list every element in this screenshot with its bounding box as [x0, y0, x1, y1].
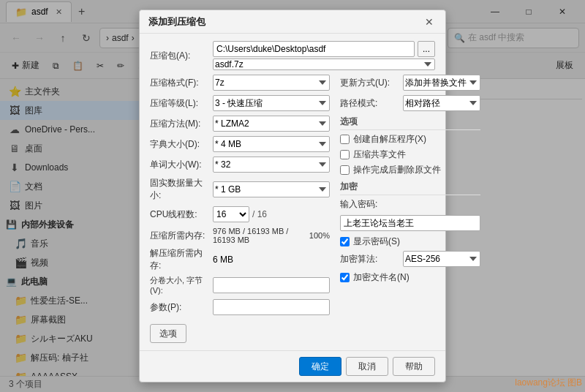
- opt1-checkbox[interactable]: [340, 135, 350, 144]
- update-select[interactable]: 添加并替换文件: [403, 75, 480, 91]
- show-pw-checkbox[interactable]: [340, 237, 350, 246]
- level-select[interactable]: 3 - 快速压缩: [213, 95, 330, 111]
- modal-overlay: 添加到压缩包 ✕ 压缩包(A): ... asdf.7z: [0, 0, 585, 392]
- cpu-row: CPU线程数: 16 / 16: [150, 206, 330, 222]
- split-input[interactable]: [213, 277, 330, 293]
- params-input[interactable]: [213, 299, 330, 315]
- method-select[interactable]: * LZMA2: [213, 116, 330, 132]
- level-label: 压缩等级(L):: [150, 97, 208, 110]
- format-select[interactable]: 7z: [213, 75, 330, 91]
- opt1-row: 创建自解压程序(X): [340, 133, 480, 146]
- mem-value: 976 MB / 16193 MB / 16193 MB: [213, 227, 302, 244]
- mem-row: 压缩所需内存: 976 MB / 16193 MB / 16193 MB 100…: [150, 227, 330, 244]
- split-row: 分卷大小, 字节(V):: [150, 275, 330, 295]
- archive-label: 压缩包(A):: [150, 50, 208, 62]
- encrypt-pw-row: 输入密码:: [340, 198, 480, 211]
- options-btn[interactable]: 选项: [150, 324, 186, 343]
- path-mode-select[interactable]: 相对路径: [403, 95, 480, 111]
- mem2-row: 解压缩所需内存: 6 MB: [150, 247, 330, 272]
- params-label: 参数(P):: [150, 301, 208, 314]
- dict-label: 字典大小(D):: [150, 138, 208, 151]
- opt2-label: 压缩共享文件: [353, 148, 406, 161]
- dict-row: 字典大小(D): * 4 MB: [150, 136, 330, 152]
- solid-select[interactable]: * 1 GB: [213, 181, 330, 197]
- modal-title: 添加到压缩包: [148, 15, 205, 29]
- cpu-label: CPU线程数:: [150, 208, 208, 221]
- path-mode-row: 路径模式: 相对路径: [340, 95, 480, 111]
- word-row: 单词大小(W): * 32: [150, 157, 330, 173]
- encrypt-filename-checkbox[interactable]: [340, 273, 350, 282]
- mem2-value: 6 MB: [213, 255, 233, 265]
- modal-section: 压缩格式(F): 7z 压缩等级(L): 3 - 快速压缩 压缩方法(M):: [150, 75, 435, 343]
- show-pw-label: 显示密码(S): [353, 235, 400, 248]
- word-label: 单词大小(W):: [150, 159, 208, 171]
- modal-body: 压缩包(A): ... asdf.7z 压缩格式(F):: [140, 34, 445, 350]
- dict-select[interactable]: * 4 MB: [213, 136, 330, 152]
- cancel-btn[interactable]: 取消: [346, 357, 388, 376]
- confirm-btn[interactable]: 确定: [299, 357, 341, 376]
- modal-footer: 确定 取消 帮助: [140, 350, 445, 382]
- update-row: 更新方式(U): 添加并替换文件: [340, 75, 480, 91]
- encrypt-method-row: 加密算法: AES-256: [340, 251, 480, 267]
- watermark-icon: 图B: [567, 377, 582, 388]
- solid-row: 固实数据量大小: * 1 GB: [150, 177, 330, 202]
- level-row: 压缩等级(L): 3 - 快速压缩: [150, 95, 330, 111]
- watermark-text: laowang论坛: [515, 377, 565, 388]
- method-row: 压缩方法(M): * LZMA2: [150, 116, 330, 132]
- show-pw-row: 显示密码(S): [340, 235, 480, 248]
- browse-btn[interactable]: ...: [418, 41, 435, 57]
- encrypt-filename-label: 加密文件名(N): [353, 271, 410, 284]
- mem2-label: 解压缩所需内存:: [150, 247, 208, 272]
- left-col: 压缩格式(F): 7z 压缩等级(L): 3 - 快速压缩 压缩方法(M):: [150, 75, 330, 343]
- format-row: 压缩格式(F): 7z: [150, 75, 330, 91]
- archive-path-input[interactable]: [213, 41, 415, 57]
- solid-label: 固实数据量大小:: [150, 177, 208, 202]
- cpu-of: / 16: [252, 209, 267, 219]
- encrypt-pw-input[interactable]: [340, 215, 480, 231]
- encrypt-method-label: 加密算法:: [340, 253, 399, 265]
- path-mode-label: 路径模式:: [340, 97, 399, 110]
- encrypt-filename-row: 加密文件名(N): [340, 271, 480, 284]
- help-btn[interactable]: 帮助: [393, 357, 435, 376]
- split-label: 分卷大小, 字节(V):: [150, 275, 208, 295]
- encrypt-section: 加密 输入密码: 显示密码(S) 加密算法: AES-256: [340, 181, 480, 284]
- cpu-input-row: 16 / 16: [213, 206, 267, 222]
- encrypt-section-label: 加密: [340, 181, 480, 195]
- opt2-row: 压缩共享文件: [340, 148, 480, 161]
- archive-name-select[interactable]: asdf.7z: [213, 59, 435, 70]
- add-archive-dialog: 添加到压缩包 ✕ 压缩包(A): ... asdf.7z: [139, 10, 446, 382]
- cpu-select[interactable]: 16: [213, 206, 249, 222]
- update-label: 更新方式(U):: [340, 77, 399, 89]
- watermark: laowang论坛 图B: [515, 377, 582, 389]
- params-row: 参数(P):: [150, 299, 330, 315]
- encrypt-pw-label: 输入密码:: [340, 198, 399, 211]
- mem-pct: 100%: [309, 231, 330, 240]
- opt3-row: 操作完成后删除原文件: [340, 164, 480, 176]
- mem-label: 压缩所需内存:: [150, 230, 208, 242]
- opt3-checkbox[interactable]: [340, 165, 350, 175]
- modal-titlebar: 添加到压缩包 ✕: [140, 10, 445, 34]
- method-label: 压缩方法(M):: [150, 118, 208, 130]
- opt3-label: 操作完成后删除原文件: [353, 164, 441, 176]
- word-select[interactable]: * 32: [213, 157, 330, 173]
- options-section-label: 选项: [340, 116, 480, 130]
- opt1-label: 创建自解压程序(X): [353, 133, 426, 146]
- encrypt-method-select[interactable]: AES-256: [403, 251, 480, 267]
- modal-close-btn[interactable]: ✕: [422, 15, 437, 29]
- archive-path-row: 压缩包(A): ... asdf.7z: [150, 41, 435, 70]
- opt2-checkbox[interactable]: [340, 150, 350, 159]
- right-col: 更新方式(U): 添加并替换文件 路径模式: 相对路径 选项: [340, 75, 480, 343]
- format-label: 压缩格式(F):: [150, 77, 208, 89]
